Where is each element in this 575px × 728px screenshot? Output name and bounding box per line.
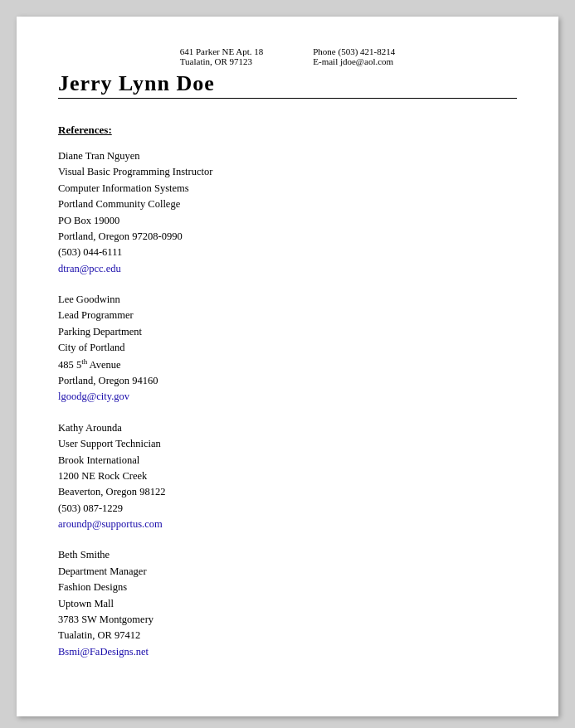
ref4-name: Beth Smithe	[58, 547, 517, 563]
superscript-th: th	[81, 357, 87, 366]
ref3-name: Kathy Arounda	[58, 420, 517, 436]
ref2-org: City of Portland	[58, 340, 517, 356]
ref2-title: Lead Programmer	[58, 308, 517, 323]
ref1-email: dtran@pcc.edu	[58, 261, 517, 277]
applicant-name: Jerry Lynn Doe	[58, 71, 517, 96]
references-label: References:	[58, 124, 517, 137]
ref1-email-link[interactable]: dtran@pcc.edu	[58, 263, 121, 274]
ref1-title: Visual Basic Programming Instructor	[58, 164, 517, 180]
ref3-dept: Brook International	[58, 453, 517, 468]
ref1-dept: Computer Information Systems	[58, 181, 517, 197]
address-block: 641 Parker NE Apt. 18 Tualatin, OR 97123	[180, 46, 264, 66]
email-label: E-mail jdoe@aol.com	[313, 56, 393, 66]
ref4-email: Bsmi@FaDesigns.net	[58, 644, 517, 660]
ref4-address1: 3783 SW Montgomery	[58, 612, 517, 628]
ref3-title: User Support Technician	[58, 436, 517, 452]
address-line1: 641 Parker NE Apt. 18	[180, 46, 264, 56]
ref1-phone: (503) 044-6111	[58, 245, 517, 260]
reference-entry: Diane Tran Nguyen Visual Basic Programmi…	[58, 148, 517, 277]
reference-entry: Lee Goodwinn Lead Programmer Parking Dep…	[58, 292, 517, 405]
ref2-dept: Parking Department	[58, 324, 517, 340]
ref2-email-link[interactable]: lgoodg@city.gov	[58, 391, 129, 402]
ref3-phone: (503) 087-1229	[58, 501, 517, 517]
phone-label: Phone (503) 421-8214	[313, 46, 395, 56]
ref2-address1: 485 5th Avenue	[58, 357, 517, 374]
ref1-address1: PO Box 19000	[58, 213, 517, 229]
ref4-org: Uptown Mall	[58, 596, 517, 612]
ref4-address2: Tualatin, OR 97412	[58, 628, 517, 643]
ref4-email-link[interactable]: Bsmi@FaDesigns.net	[58, 646, 149, 658]
header-address-row: 641 Parker NE Apt. 18 Tualatin, OR 97123…	[58, 46, 517, 66]
ref1-address2: Portland, Oregon 97208-0990	[58, 229, 517, 245]
ref1-name: Diane Tran Nguyen	[58, 148, 517, 164]
ref3-address2: Beaverton, Oregon 98122	[58, 484, 517, 500]
ref3-email-link[interactable]: aroundp@supportus.com	[58, 518, 163, 530]
ref2-email: lgoodg@city.gov	[58, 389, 517, 405]
ref4-dept: Fashion Designs	[58, 580, 517, 595]
contact-block: Phone (503) 421-8214 E-mail jdoe@aol.com	[313, 46, 395, 66]
ref2-name: Lee Goodwinn	[58, 292, 517, 308]
ref2-address2: Portland, Oregon 94160	[58, 373, 517, 389]
resume-page: 641 Parker NE Apt. 18 Tualatin, OR 97123…	[17, 17, 558, 716]
reference-entry: Kathy Arounda User Support Technician Br…	[58, 420, 517, 533]
ref4-title: Department Manager	[58, 564, 517, 580]
name-divider	[58, 98, 517, 99]
ref3-email: aroundp@supportus.com	[58, 517, 517, 532]
reference-entry: Beth Smithe Department Manager Fashion D…	[58, 547, 517, 660]
address-line2: Tualatin, OR 97123	[180, 56, 252, 66]
references-section: References: Diane Tran Nguyen Visual Bas…	[58, 124, 517, 660]
ref1-org: Portland Community College	[58, 197, 517, 212]
ref3-address1: 1200 NE Rock Creek	[58, 468, 517, 484]
